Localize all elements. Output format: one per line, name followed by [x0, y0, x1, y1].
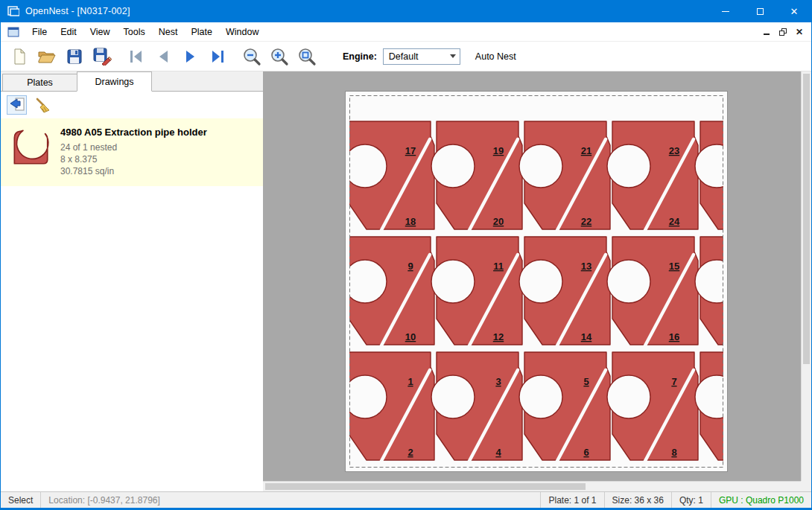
status-qty: Qty: 1 — [671, 492, 711, 508]
next-arrow-icon — [182, 48, 200, 66]
drawings-toolbar — [1, 92, 263, 118]
nested-part-pair — [695, 352, 727, 462]
previous-arrow-icon — [154, 48, 172, 66]
part-shape-icon — [11, 125, 50, 167]
save-floppy-icon — [66, 48, 83, 66]
drawing-list-item[interactable]: 4980 A05 Extraction pipe holder 24 of 1 … — [1, 118, 263, 186]
new-button[interactable] — [5, 44, 33, 69]
drawing-title: 4980 A05 Extraction pipe holder — [60, 127, 207, 138]
mdi-restore-button[interactable] — [775, 25, 791, 39]
save-button[interactable] — [60, 44, 88, 69]
svg-text:12: 12 — [493, 331, 504, 342]
svg-text:24: 24 — [669, 216, 680, 227]
vertical-scrollbar[interactable] — [801, 71, 811, 481]
svg-text:13: 13 — [581, 261, 591, 272]
menu-window[interactable]: Window — [219, 22, 265, 41]
svg-text:22: 22 — [581, 216, 591, 227]
menu-tools[interactable]: Tools — [117, 22, 152, 41]
svg-text:1: 1 — [407, 376, 413, 387]
svg-text:6: 6 — [583, 447, 589, 458]
svg-text:4: 4 — [495, 447, 501, 458]
nested-part-pair — [695, 121, 727, 232]
broom-icon — [35, 97, 51, 113]
first-plate-button[interactable] — [121, 44, 149, 69]
nested-part-pair: 1718 — [346, 121, 434, 232]
window-maximize-button[interactable] — [743, 0, 777, 22]
svg-text:21: 21 — [581, 145, 591, 156]
skip-first-icon — [127, 48, 145, 66]
zoom-fit-button[interactable] — [293, 44, 320, 69]
app-window: OpenNest - [N0317-002] ✕ File Edit View … — [0, 0, 812, 510]
window-title: OpenNest - [N0317-002] — [25, 6, 130, 16]
horizontal-scrollbar-thumb[interactable] — [265, 483, 586, 490]
save-as-button[interactable] — [88, 44, 115, 69]
svg-text:10: 10 — [405, 331, 416, 342]
last-plate-button[interactable] — [204, 44, 232, 69]
open-button[interactable] — [33, 44, 60, 69]
window-close-button[interactable]: ✕ — [777, 0, 811, 22]
svg-text:5: 5 — [583, 376, 589, 387]
import-arrow-icon — [9, 97, 25, 113]
titlebar: OpenNest - [N0317-002] ✕ — [1, 0, 811, 22]
nested-part-pair: 2324 — [607, 121, 698, 232]
menu-nest[interactable]: Nest — [152, 22, 185, 41]
document-icon — [7, 27, 19, 37]
menu-plate[interactable]: Plate — [184, 22, 219, 41]
window-minimize-button[interactable] — [708, 0, 743, 22]
mdi-minimize-button[interactable] — [758, 25, 775, 39]
chevron-down-icon — [450, 54, 456, 58]
svg-text:17: 17 — [405, 145, 416, 156]
svg-text:8: 8 — [671, 447, 676, 458]
nested-part-pair: 2122 — [519, 121, 610, 232]
horizontal-scrollbar[interactable] — [263, 481, 801, 491]
svg-text:19: 19 — [493, 145, 504, 156]
plate[interactable]: 171819202122232491011121314151612345678 — [345, 91, 728, 472]
drawing-area: 30.7815 sq/in — [60, 165, 207, 177]
previous-plate-button[interactable] — [149, 44, 177, 69]
svg-text:7: 7 — [671, 376, 676, 387]
svg-text:9: 9 — [407, 261, 413, 272]
mdi-close-button[interactable]: ✕ — [791, 25, 808, 39]
nest-canvas[interactable]: 171819202122232491011121314151612345678 — [263, 71, 811, 491]
close-icon: ✕ — [796, 28, 803, 36]
tab-drawings[interactable]: Drawings — [77, 71, 152, 92]
nested-part-pair: 56 — [519, 352, 610, 462]
menu-file[interactable]: File — [25, 22, 54, 41]
tab-plates[interactable]: Plates — [2, 74, 77, 91]
engine-select[interactable]: Default — [383, 48, 460, 65]
vertical-scrollbar-thumb[interactable] — [803, 74, 810, 364]
svg-text:14: 14 — [581, 331, 592, 342]
nested-part-pair: 910 — [346, 237, 434, 347]
status-gpu: GPU : Quadro P1000 — [711, 492, 811, 508]
nested-part-pair: 1920 — [431, 121, 522, 232]
plate-svg: 171819202122232491011121314151612345678 — [346, 92, 727, 471]
nested-part-pair: 1314 — [519, 237, 610, 347]
engine-label: Engine: — [343, 51, 377, 62]
svg-text:18: 18 — [405, 216, 416, 227]
menu-view[interactable]: View — [83, 22, 117, 41]
import-drawing-button[interactable] — [7, 95, 27, 115]
drawing-dimensions: 8 x 8.375 — [60, 153, 207, 165]
scrollbar-corner — [801, 481, 811, 491]
sidebar-tabstrip: Plates Drawings — [1, 71, 263, 92]
zoom-out-button[interactable] — [238, 44, 265, 69]
sidebar: Plates Drawings — [1, 71, 263, 491]
svg-text:16: 16 — [669, 331, 679, 342]
new-page-icon — [10, 48, 28, 66]
menu-edit[interactable]: Edit — [54, 22, 83, 41]
auto-nest-button[interactable]: Auto Nest — [475, 51, 516, 62]
svg-text:15: 15 — [669, 261, 679, 272]
clean-button[interactable] — [33, 95, 53, 115]
maximize-icon — [757, 8, 764, 15]
svg-text:20: 20 — [493, 216, 504, 227]
status-size: Size: 36 x 36 — [604, 492, 671, 508]
app-icon — [7, 5, 19, 17]
next-plate-button[interactable] — [177, 44, 204, 69]
nested-part-pair: 78 — [607, 352, 698, 462]
zoom-in-icon — [270, 47, 289, 66]
zoom-in-button[interactable] — [265, 44, 293, 69]
status-mode: Select — [1, 492, 41, 508]
svg-text:3: 3 — [495, 376, 501, 387]
status-plate: Plate: 1 of 1 — [540, 492, 603, 508]
nested-part-pair: 12 — [346, 352, 434, 462]
